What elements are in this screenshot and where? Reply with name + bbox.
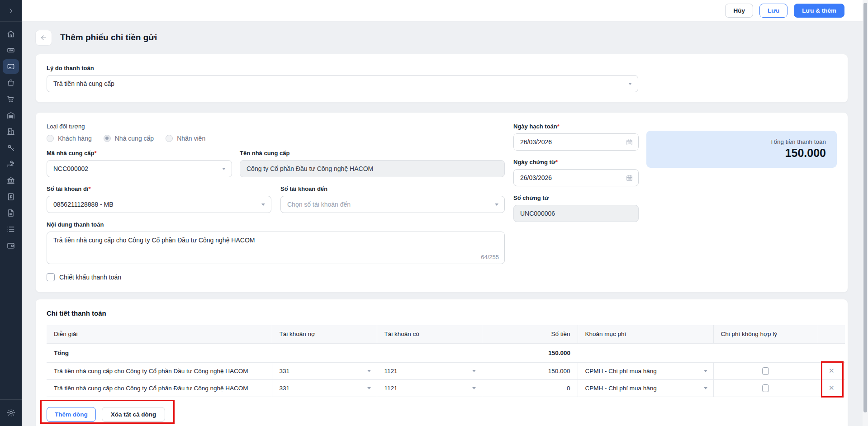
add-row-button[interactable]: Thêm dòng: [47, 407, 96, 422]
sidebar-item-assets[interactable]: [3, 141, 19, 155]
row-expense-select[interactable]: CPMH - Chi phí mua hàng: [578, 362, 713, 379]
wallet-icon: [6, 241, 15, 250]
col-header-expense: Khoản mục phí: [578, 325, 713, 343]
sidebar-item-home[interactable]: [3, 27, 19, 41]
document-no-field: UNC000006: [513, 205, 639, 222]
scrollbar-thumb[interactable]: [863, 3, 867, 412]
sidebar-footer: [0, 399, 22, 426]
document-date-input[interactable]: 26/03/2026: [513, 169, 639, 186]
back-button[interactable]: [35, 30, 52, 46]
sidebar-item-sales[interactable]: [3, 92, 19, 106]
calendar-icon: [626, 174, 633, 182]
sidebar-item-settings[interactable]: [3, 405, 19, 420]
chevron-down-icon: [261, 204, 265, 206]
reason-value: Trả tiền nhà cung cấp: [53, 80, 114, 87]
radio-label: Khách hàng: [58, 135, 92, 142]
row-delete-button[interactable]: ✕: [818, 362, 845, 379]
cash-invoice-icon: [6, 192, 15, 201]
document-icon: [6, 208, 15, 218]
row-invalid-expense-checkbox[interactable]: [762, 367, 769, 375]
object-type-label: Loại đối tượng: [47, 123, 505, 130]
col-header-amount: Số tiền: [482, 325, 578, 343]
supplier-code-select[interactable]: NCC000002: [47, 160, 232, 177]
warehouse-icon: [6, 111, 15, 120]
sidebar-item-bank[interactable]: [3, 173, 19, 188]
sidebar-item-wallet[interactable]: [3, 238, 19, 253]
table-total-row: Tổng 150.000: [47, 343, 845, 362]
save-and-add-button[interactable]: Lưu & thêm: [794, 4, 844, 18]
radio-circle-icon: [166, 135, 173, 142]
table-row: Trả tiền nhà cung cấp cho Công ty Cổ phầ…: [47, 379, 845, 397]
chevron-down-icon: [472, 370, 476, 372]
account-to-placeholder: Chọn số tài khoản đến: [287, 201, 351, 208]
reason-select[interactable]: Trả tiền nhà cung cấp: [47, 75, 638, 92]
account-to-select[interactable]: Chọn số tài khoản đến: [280, 196, 505, 213]
posting-date-input[interactable]: 26/03/2026: [513, 133, 639, 151]
shopping-bag-icon: [6, 78, 15, 87]
chevron-down-icon: [628, 83, 632, 85]
sidebar-expand-button[interactable]: [0, 0, 22, 22]
bank-card-icon: [6, 62, 15, 71]
document-no-label: Số chứng từ: [513, 194, 639, 201]
discount-checkbox-label: Chiết khấu thanh toán: [59, 274, 121, 281]
sidebar-item-categories[interactable]: [3, 222, 19, 237]
content-value: Trả tiền nhà cung cấp cho Công ty Cổ phầ…: [53, 237, 255, 244]
content-textarea[interactable]: Trả tiền nhà cung cấp cho Công ty Cổ phầ…: [47, 232, 505, 264]
char-counter: 64/255: [481, 254, 499, 260]
cancel-button[interactable]: Hủy: [725, 4, 753, 18]
row-invalid-expense-checkbox[interactable]: [762, 384, 769, 392]
row-credit-select[interactable]: 1121: [377, 379, 482, 397]
sidebar-item-cash[interactable]: [3, 189, 19, 204]
content-label: Nội dung thanh toán: [47, 221, 505, 228]
radio-nha-cung-cap: Nhà cung cấp: [104, 135, 154, 142]
bank-icon: [6, 176, 15, 185]
row-amount-cell[interactable]: 0: [482, 379, 578, 397]
account-from-label: Số tài khoản đi*: [47, 185, 271, 192]
calendar-icon: [626, 138, 633, 146]
account-from-value: 0856211128888 - MB: [53, 201, 114, 208]
detail-title: Chi tiết thanh toán: [47, 309, 844, 317]
sidebar-item-salary[interactable]: [3, 157, 19, 171]
chevron-down-icon: [367, 387, 371, 389]
page-title: Thêm phiếu chi tiền gửi: [60, 33, 157, 43]
row-delete-button[interactable]: ✕: [818, 379, 845, 397]
discount-checkbox[interactable]: [47, 273, 55, 281]
radio-label: Nhà cung cấp: [115, 135, 154, 142]
row-debit-select[interactable]: 331: [272, 362, 377, 379]
shopping-cart-icon: [6, 95, 15, 104]
sidebar: [0, 0, 22, 426]
table-row: Trả tiền nhà cung cấp cho Công ty Cổ phầ…: [47, 362, 845, 379]
chevron-down-icon: [704, 387, 707, 389]
reason-card: Lý do thanh toán Trả tiền nhà cung cấp: [35, 54, 848, 103]
chevron-down-icon: [472, 387, 476, 389]
sidebar-item-bank-account[interactable]: [3, 59, 19, 74]
reason-label: Lý do thanh toán: [47, 65, 837, 71]
col-header-actions: [818, 325, 845, 343]
gear-icon: [6, 408, 16, 417]
chevron-down-icon: [367, 370, 371, 372]
col-header-debit: Tài khoản nợ: [272, 325, 377, 343]
delete-all-rows-button[interactable]: Xóa tất cả dòng: [102, 407, 166, 422]
supplier-code-label: Mã nhà cung cấp*: [47, 150, 232, 156]
main-content: Thêm phiếu chi tiền gửi Lý do thanh toán…: [22, 22, 863, 426]
row-amount-cell[interactable]: 150.000: [482, 362, 578, 379]
row-expense-select[interactable]: CPMH - Chi phí mua hàng: [578, 379, 713, 397]
chevron-down-icon: [222, 168, 226, 170]
row-description: Trả tiền nhà cung cấp cho Công ty Cổ phầ…: [47, 362, 272, 379]
detail-table: Diễn giải Tài khoản nợ Tài khoản có Số t…: [47, 325, 845, 397]
radio-nhan-vien: Nhân viên: [166, 135, 205, 142]
sidebar-item-documents[interactable]: [3, 206, 19, 220]
list-icon: [6, 225, 15, 234]
row-credit-select[interactable]: 1121: [377, 362, 482, 379]
page-scrollbar: [863, 0, 868, 426]
sidebar-item-purchases[interactable]: [3, 76, 19, 90]
account-from-select[interactable]: 0856211128888 - MB: [47, 196, 271, 213]
sidebar-item-pos[interactable]: [3, 43, 19, 57]
document-date-value: 26/03/2026: [520, 174, 552, 181]
sidebar-item-company[interactable]: [3, 124, 19, 139]
save-button[interactable]: Lưu: [759, 4, 787, 18]
col-header-credit: Tài khoản có: [377, 325, 482, 343]
sidebar-item-warehouse[interactable]: [3, 108, 19, 123]
row-debit-select[interactable]: 331: [272, 379, 377, 397]
detail-card: Chi tiết thanh toán Diễn giải Tài khoản …: [35, 299, 848, 426]
